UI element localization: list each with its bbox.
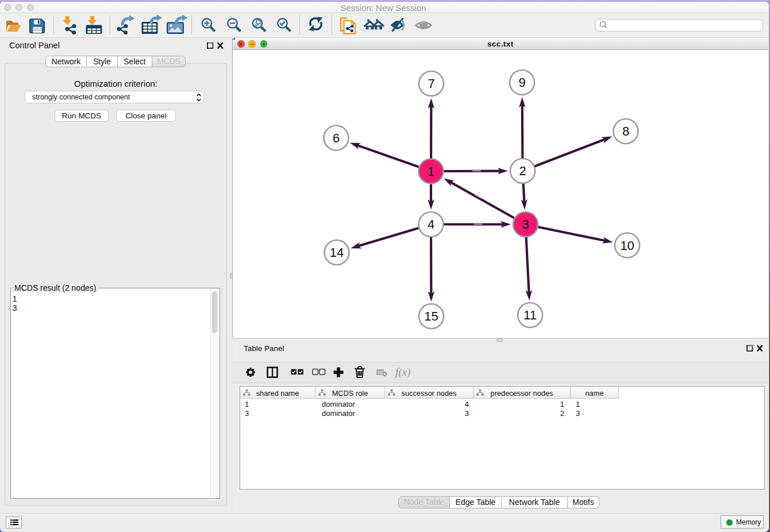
svg-text:10: 10 bbox=[620, 238, 634, 253]
svg-text:14: 14 bbox=[330, 245, 344, 260]
svg-text:15: 15 bbox=[424, 309, 438, 323]
svg-text:6: 6 bbox=[333, 131, 340, 145]
svg-text:f(x): f(x) bbox=[395, 366, 410, 379]
svg-text:1: 1 bbox=[428, 164, 434, 179]
svg-text:7: 7 bbox=[428, 76, 434, 91]
svg-text:2: 2 bbox=[519, 164, 526, 178]
svg-text:4: 4 bbox=[428, 217, 434, 232]
svg-text:8: 8 bbox=[622, 124, 629, 138]
svg-text:11: 11 bbox=[523, 308, 537, 322]
svg-text:3: 3 bbox=[522, 217, 529, 232]
svg-text:9: 9 bbox=[518, 75, 525, 90]
